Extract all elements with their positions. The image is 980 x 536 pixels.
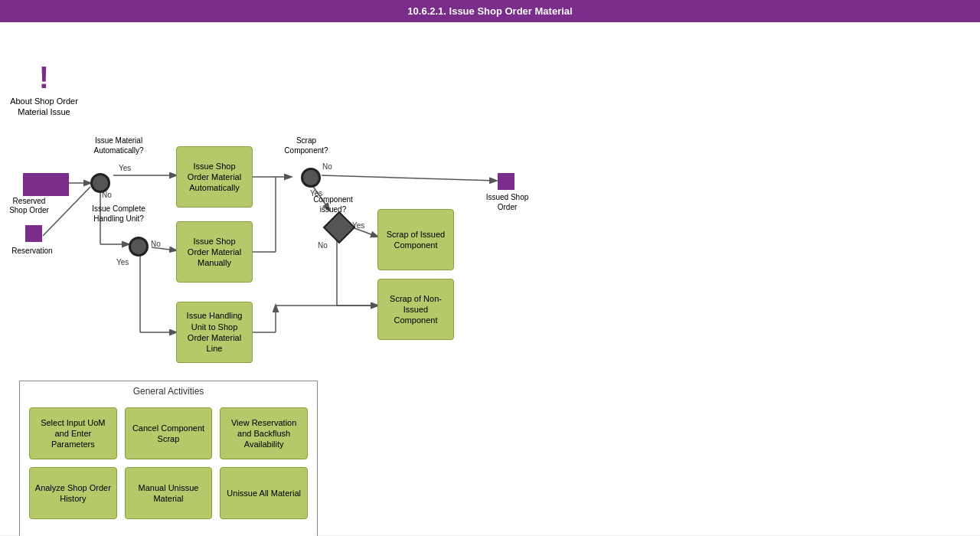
box-handling[interactable]: Issue Handling Unit to Shop Order Materi… (176, 302, 253, 363)
component-issued-label: Component issued? (306, 194, 360, 214)
reserved-shop-order-label: Reserved Shop Order (3, 197, 55, 215)
ga-item-5[interactable]: Unissue All Material (220, 467, 308, 519)
ga-item-2[interactable]: View Reservation and Backflush Availabil… (220, 407, 308, 459)
label-no-3: No (322, 162, 332, 171)
reserved-shop-order-box (23, 173, 69, 196)
decision-component-issued (323, 211, 355, 243)
ga-item-0[interactable]: Select Input UoM and Enter Parameters (29, 407, 117, 459)
exclamation-icon: ! (39, 62, 49, 93)
about-label: About Shop Order Material Issue (8, 96, 80, 118)
ga-item-1[interactable]: Cancel Component Scrap (125, 407, 213, 459)
decision-issue-complete (129, 237, 149, 257)
label-no-2: No (151, 240, 161, 248)
label-yes-2: Yes (116, 258, 129, 266)
general-activities-panel: General Activities Select Input UoM and … (19, 381, 318, 536)
reservation-label: Reservation (6, 247, 58, 255)
header-title: 10.6.2.1. Issue Shop Order Material (407, 5, 572, 17)
general-activities-grid: Select Input UoM and Enter Parameters Ca… (20, 401, 317, 525)
main-canvas: ! About Shop Order Material Issue Reserv… (0, 22, 980, 535)
issue-complete-label: Issue Complete Handling Unit? (88, 204, 149, 224)
box-scrap-issued[interactable]: Scrap of Issued Component (377, 209, 454, 270)
ga-item-4[interactable]: Manual Unissue Material (125, 467, 213, 519)
header: 10.6.2.1. Issue Shop Order Material (0, 0, 980, 22)
box-issue-auto[interactable]: Issue Shop Order Material Automatically (176, 146, 253, 208)
ga-item-3[interactable]: Analyze Shop Order History (29, 467, 117, 519)
label-no-1: No (102, 191, 112, 199)
label-yes-1: Yes (119, 164, 131, 172)
box-scrap-non[interactable]: Scrap of Non-Issued Component (377, 279, 454, 340)
box-issue-manual[interactable]: Issue Shop Order Material Manually (176, 221, 253, 283)
issue-material-label: Issue Material Automatically? (88, 136, 149, 155)
scrap-component-label: Scrap Component? (276, 136, 337, 155)
reservation-box (25, 225, 42, 242)
about-node[interactable]: ! About Shop Order Material Issue (8, 62, 80, 118)
issued-shop-order-box (498, 173, 514, 190)
general-activities-title: General Activities (20, 381, 317, 401)
decision-scrap-component (301, 168, 321, 188)
label-yes-4: Yes (352, 221, 364, 230)
svg-line-14 (322, 175, 496, 181)
issued-shop-order-label: Issued Shop Order (482, 192, 532, 212)
label-no-4: No (318, 241, 328, 250)
